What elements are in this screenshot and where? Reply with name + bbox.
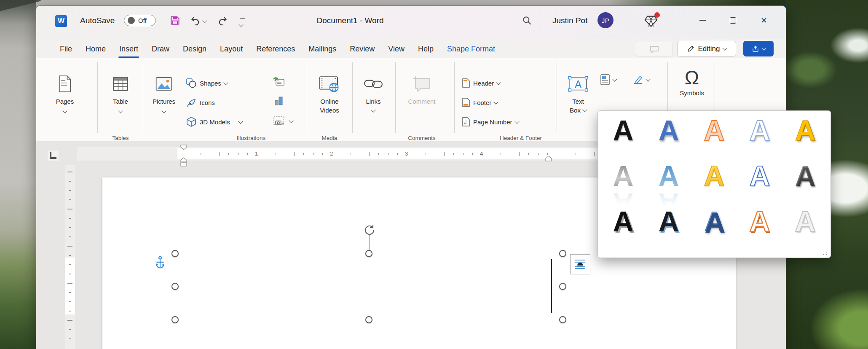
links-button[interactable]: Links	[356, 60, 390, 112]
first-line-indent-marker[interactable]	[180, 145, 187, 150]
tab-help[interactable]: Help	[411, 40, 440, 58]
wordart-style-9[interactable]: A	[737, 160, 782, 205]
resize-handle-middle-left[interactable]	[171, 283, 179, 290]
ruler-tick	[313, 153, 313, 155]
smartart-button[interactable]	[272, 75, 285, 88]
avatar[interactable]: JP	[597, 12, 613, 28]
desktop-wallpaper-left	[0, 0, 36, 349]
tab-stop-selector[interactable]	[48, 150, 59, 161]
share-chevron-icon[interactable]	[761, 46, 766, 50]
editing-mode-button[interactable]: Editing	[677, 41, 736, 56]
page-number-button[interactable]: # Page Number	[462, 115, 519, 128]
resize-handle-top-left[interactable]	[171, 250, 179, 257]
resize-handle-bottom-right[interactable]	[559, 316, 566, 323]
rotate-handle-icon[interactable]	[362, 223, 376, 236]
shapes-button[interactable]: Shapes	[186, 77, 228, 89]
tab-file[interactable]: File	[53, 40, 79, 58]
ruler-tick	[69, 236, 71, 237]
tab-view[interactable]: View	[381, 40, 411, 58]
quick-access-toolbar-chevron-icon[interactable]	[239, 18, 245, 28]
ruler-tick	[510, 153, 510, 155]
signature-line-button[interactable]	[632, 73, 650, 86]
wordart-style-8[interactable]: A	[691, 160, 737, 205]
wordart-style-15[interactable]: A	[782, 205, 828, 251]
minimize-button[interactable]	[693, 13, 712, 27]
chart-button[interactable]	[274, 94, 285, 107]
tab-mailings[interactable]: Mailings	[302, 40, 343, 58]
resize-handle-bottom-left[interactable]	[171, 316, 179, 323]
comment-bubble-icon	[649, 45, 659, 54]
wordart-style-7[interactable]: AA	[646, 160, 691, 205]
symbols-button[interactable]: Ω Symbols	[673, 60, 710, 97]
close-button[interactable]: ✕	[754, 13, 774, 27]
undo-button[interactable]	[190, 16, 206, 27]
ruler-tick	[276, 153, 276, 155]
pictures-button[interactable]: Pictures	[147, 60, 181, 113]
signature-line-icon	[632, 74, 643, 85]
text-box-icon: A	[567, 71, 589, 97]
comment-button[interactable]: Comment	[401, 60, 442, 106]
vertical-ruler[interactable]	[65, 165, 75, 349]
save-icon[interactable]	[169, 15, 181, 26]
tab-review[interactable]: Review	[343, 40, 381, 58]
pages-button[interactable]: Pages	[47, 60, 83, 113]
share-button[interactable]	[743, 41, 774, 56]
ruler-tick	[247, 153, 248, 155]
ruler-tick	[69, 218, 71, 219]
wordart-style-6[interactable]: AA	[600, 160, 646, 205]
hanging-indent-marker[interactable]	[180, 157, 187, 166]
ruler-active-area: 1234	[177, 148, 598, 159]
wordart-style-12[interactable]: A	[646, 205, 691, 251]
wordart-style-14[interactable]: A	[737, 205, 782, 251]
svg-text:#: #	[464, 120, 467, 126]
resize-handle-top-center[interactable]	[365, 250, 372, 257]
resize-handle-top-right[interactable]	[559, 250, 566, 257]
tab-insert[interactable]: Insert	[113, 40, 145, 58]
wordart-style-3[interactable]: A	[691, 114, 737, 160]
quick-parts-button[interactable]	[600, 73, 616, 86]
wordart-style-13[interactable]: A	[691, 205, 737, 251]
chart-icon	[274, 95, 285, 106]
tab-layout[interactable]: Layout	[213, 40, 249, 58]
text-box-button[interactable]: A Text Box	[561, 60, 595, 115]
ruler-tick	[69, 255, 71, 256]
wordart-style-1[interactable]: A	[600, 114, 646, 160]
tab-home[interactable]: Home	[79, 40, 113, 58]
search-icon[interactable]	[522, 15, 533, 26]
maximize-button[interactable]	[723, 13, 742, 27]
wordart-style-2[interactable]: A	[646, 114, 691, 160]
page-number-icon: #	[462, 117, 470, 127]
premium-diamond-icon[interactable]	[644, 14, 658, 28]
autosave-toggle[interactable]: Off	[124, 15, 156, 26]
tab-design[interactable]: Design	[176, 40, 213, 58]
comment-ghost-button[interactable]	[636, 42, 673, 56]
table-button[interactable]: Table	[102, 60, 139, 113]
panel-resize-grip[interactable]	[823, 252, 828, 255]
layout-options-button[interactable]	[570, 254, 590, 274]
redo-button[interactable]	[217, 16, 228, 27]
ruler-tick	[585, 153, 585, 155]
tab-draw[interactable]: Draw	[145, 40, 176, 58]
3d-models-button[interactable]: 3D Models	[186, 115, 242, 128]
footer-button[interactable]: Footer	[462, 96, 498, 109]
ruler-tick	[69, 264, 71, 265]
online-videos-button[interactable]: Online Videos	[311, 60, 348, 115]
tab-shape-format[interactable]: Shape Format	[440, 40, 502, 58]
ruler-tick	[69, 329, 71, 330]
screenshot-button[interactable]	[272, 115, 293, 127]
ruler-tick	[69, 227, 71, 228]
wordart-style-10[interactable]: A	[782, 160, 828, 205]
right-indent-marker[interactable]	[545, 156, 552, 161]
wordart-style-11[interactable]: A	[600, 205, 646, 251]
wordart-style-5[interactable]: A	[782, 114, 828, 160]
ruler-tick	[67, 172, 72, 172]
user-name[interactable]: Justin Pot	[552, 16, 587, 25]
icons-button[interactable]: Icons	[186, 96, 215, 109]
ruler-tick	[369, 152, 370, 156]
undo-chevron-icon[interactable]	[202, 18, 207, 23]
resize-handle-middle-right[interactable]	[559, 283, 566, 290]
resize-handle-bottom-center[interactable]	[365, 316, 372, 323]
header-button[interactable]: Header	[462, 77, 500, 89]
wordart-style-4[interactable]: A	[737, 114, 782, 160]
tab-references[interactable]: References	[249, 40, 302, 58]
